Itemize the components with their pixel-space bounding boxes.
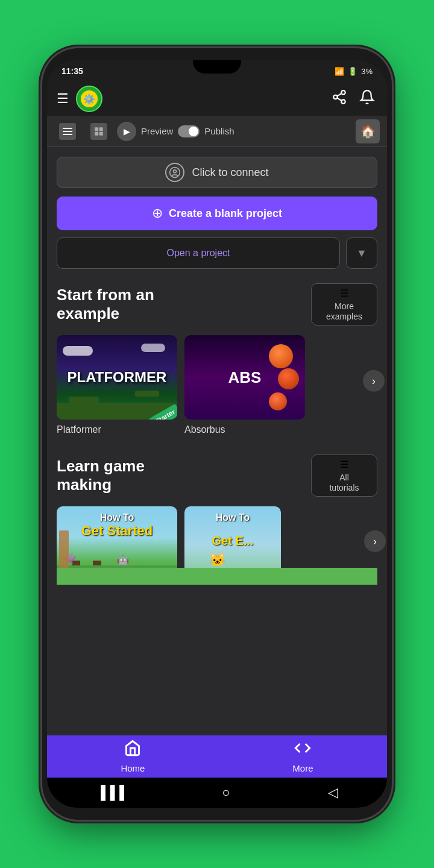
- logo-gear: ⚙️: [81, 90, 98, 107]
- svg-rect-6: [99, 127, 103, 131]
- publish-label: Publish: [204, 126, 234, 136]
- get-enemies-card[interactable]: How To Get E... 🐱: [184, 506, 281, 585]
- wifi-icon: 📶: [335, 67, 344, 76]
- open-dropdown-button[interactable]: ▼: [346, 237, 377, 269]
- tutorials-row: How To Get Started 👾 🤖: [57, 506, 377, 585]
- more-examples-label: Moreexamples: [326, 301, 362, 322]
- get-enemies-image: How To Get E... 🐱: [184, 506, 281, 585]
- open-project-label: Open a project: [167, 248, 230, 259]
- battery-percent: 3%: [361, 67, 373, 76]
- how-to-text-2: How To Get E...: [212, 512, 254, 548]
- block-icon: [90, 123, 107, 140]
- more-nav-label: More: [292, 763, 313, 773]
- menu-icon[interactable]: ☰: [57, 91, 69, 107]
- svg-rect-5: [95, 127, 98, 131]
- list-icon: ☰: [340, 288, 348, 299]
- toolbar-block-btn[interactable]: [86, 121, 112, 142]
- content-area: Click to connect ⊕ Create a blank projec…: [47, 147, 387, 735]
- svg-rect-7: [95, 131, 98, 135]
- notch: [193, 60, 241, 74]
- learn-section-header: Learn gamemaking ☰ Alltutorials: [57, 454, 377, 497]
- home-nav-icon: [124, 740, 141, 761]
- platformer-card[interactable]: PLATFORMER Starter Platformer: [57, 335, 177, 435]
- publish-toggle[interactable]: [178, 125, 200, 137]
- recents-btn[interactable]: ▐▐▐: [84, 780, 136, 805]
- svg-point-10: [174, 170, 177, 173]
- status-time: 11:35: [61, 66, 83, 76]
- platformer-title: PLATFORMER: [68, 369, 167, 386]
- examples-title: Start from anexample: [57, 286, 154, 323]
- svg-line-4: [337, 93, 341, 96]
- chevron-down-icon: ▼: [356, 247, 367, 260]
- home-nav-label: Home: [121, 763, 145, 773]
- open-project-row: Open a project ▼: [57, 237, 377, 269]
- bell-icon[interactable]: [357, 87, 377, 111]
- absorbus-name: Absorbus: [184, 424, 305, 435]
- svg-point-2: [341, 99, 345, 104]
- back-btn[interactable]: ◁: [316, 780, 350, 805]
- more-nav-icon: [294, 740, 311, 761]
- connect-icon: [165, 163, 184, 182]
- platformer-image: PLATFORMER Starter: [57, 335, 177, 420]
- toolbar-lines-btn[interactable]: [54, 121, 81, 142]
- home-toolbar-btn[interactable]: 🏠: [356, 119, 380, 143]
- all-tutorials-label: Alltutorials: [329, 473, 359, 493]
- absorbus-image: ABS: [184, 335, 305, 420]
- platformer-name: Platformer: [57, 424, 177, 435]
- status-bar: 11:35 📶 🔋 3%: [47, 60, 387, 82]
- svg-point-1: [333, 95, 338, 99]
- create-blank-label: Create a blank project: [169, 207, 282, 220]
- connect-label: Click to connect: [192, 166, 268, 179]
- preview-label: Preview: [141, 126, 173, 136]
- list-icon-2: ☰: [340, 459, 348, 470]
- lines-icon: [59, 123, 76, 140]
- examples-row: PLATFORMER Starter Platformer: [57, 335, 377, 435]
- app-header: ☰ ⚙️: [47, 82, 387, 116]
- home-btn[interactable]: ○: [210, 780, 242, 805]
- more-examples-button[interactable]: ☰ Moreexamples: [311, 283, 377, 326]
- absorbus-card[interactable]: ABS Absorbus: [184, 335, 305, 435]
- battery-icon: 🔋: [348, 67, 357, 76]
- svg-point-0: [341, 90, 345, 95]
- status-icons: 📶 🔋 3%: [335, 67, 373, 76]
- open-project-button[interactable]: Open a project: [57, 237, 340, 269]
- play-icon[interactable]: ▶: [117, 122, 136, 141]
- learn-title: Learn gamemaking: [57, 457, 145, 494]
- examples-next-arrow[interactable]: ›: [363, 370, 385, 392]
- absorbus-title: ABS: [228, 368, 262, 387]
- how-to-text: How To Get Started: [81, 512, 153, 539]
- nav-home[interactable]: Home: [96, 735, 169, 778]
- all-tutorials-button[interactable]: ☰ Alltutorials: [311, 454, 377, 497]
- create-blank-button[interactable]: ⊕ Create a blank project: [57, 197, 377, 230]
- bottom-nav: Home More: [47, 735, 387, 778]
- share-icon[interactable]: [329, 87, 350, 111]
- svg-rect-8: [99, 131, 103, 135]
- connect-button[interactable]: Click to connect: [57, 157, 377, 188]
- examples-section-header: Start from anexample ☰ Moreexamples: [57, 283, 377, 326]
- tutorials-next-arrow[interactable]: ›: [364, 530, 386, 552]
- toolbar: ▶ Preview Publish 🏠: [47, 116, 387, 147]
- svg-line-3: [337, 98, 341, 101]
- app-logo[interactable]: ⚙️: [76, 86, 102, 112]
- system-nav: ▐▐▐ ○ ◁: [47, 778, 387, 808]
- nav-more[interactable]: More: [268, 735, 337, 778]
- plus-circle-icon: ⊕: [152, 206, 163, 221]
